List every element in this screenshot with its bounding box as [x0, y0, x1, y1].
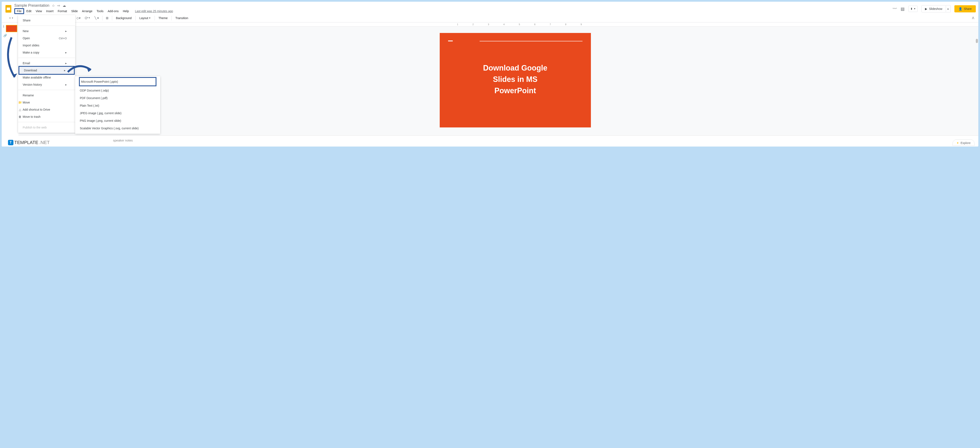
menu-import[interactable]: Import slides [18, 42, 75, 49]
ruler: 12 34 56 78 9 [19, 22, 978, 27]
slide-decoration [448, 41, 453, 41]
annotation-arrow [66, 64, 95, 76]
play-icon: ▶ [925, 7, 927, 11]
download-txt[interactable]: Plain Text (.txt) [75, 102, 160, 110]
theme-button[interactable]: Theme [156, 15, 170, 21]
folder-icon: 📁 [18, 101, 22, 104]
menu-copy[interactable]: Make a copy▸ [18, 49, 75, 56]
slideshow-button[interactable]: ▶ Slideshow [921, 5, 946, 13]
toolbar: ＋ ▼ ◇▾ Ꮕ▾ ╲ ▾ ⊞ Background Layout▼ Theme… [2, 14, 978, 22]
menubar: File Edit View Insert Format Slide Arran… [14, 8, 891, 14]
download-pdf[interactable]: PDF Document (.pdf) [75, 94, 160, 102]
menu-edit[interactable]: Edit [25, 9, 33, 14]
comments-icon[interactable]: ▤ [900, 6, 905, 11]
layout-button[interactable]: Layout▼ [137, 15, 153, 21]
menu-slide[interactable]: Slide [69, 9, 80, 14]
share-button[interactable]: 👤 Share [955, 5, 976, 13]
slide-1: Download GoogleSlides in MSPowerPoint [440, 33, 591, 127]
slide-title-text: Download GoogleSlides in MSPowerPoint [450, 62, 581, 96]
comment-button[interactable]: ⊞ [104, 15, 110, 21]
upload-icon: ⬆ [910, 7, 913, 11]
person-icon: 👤 [959, 7, 962, 11]
drive-icon: △ [18, 108, 22, 111]
menu-open[interactable]: OpenCtrl+O [18, 35, 75, 42]
menu-arrange[interactable]: Arrange [80, 9, 94, 14]
annotation-arrow [4, 35, 19, 81]
separator [135, 16, 136, 21]
watermark-logo: T [8, 140, 13, 145]
separator [112, 16, 112, 21]
present-upload-button[interactable]: ⬆ ▼ [908, 6, 918, 12]
menu-history[interactable]: Version history▸ [18, 81, 75, 88]
insert-symbol-button[interactable]: Ꮕ▾ [83, 15, 92, 21]
share-label: Share [964, 7, 972, 11]
menu-shortcut[interactable]: △Add shortcut to Drive [18, 106, 75, 113]
menu-insert[interactable]: Insert [44, 9, 56, 14]
slide-canvas[interactable]: Download GoogleSlides in MSPowerPoint [19, 27, 978, 135]
menu-rename[interactable]: Rename [18, 92, 75, 99]
speaker-notes[interactable]: Click to adspeaker notes [19, 135, 978, 145]
explore-label: Explore [961, 141, 970, 145]
line-button[interactable]: ╲ ▾ [93, 15, 100, 21]
header-actions: 〰 ▤ ⬆ ▼ ▶ Slideshow ▼ 👤 Share [892, 5, 976, 13]
download-submenu: Microsoft PowerPoint (.pptx) ODP Documen… [75, 76, 160, 134]
menu-trash[interactable]: 🗑Move to trash [18, 113, 75, 120]
trash-icon: 🗑 [18, 115, 22, 118]
slideshow-dropdown[interactable]: ▼ [946, 5, 951, 13]
titlebar: Sample Presentation ☆ ⇨ ☁ File Edit View… [2, 2, 978, 14]
download-jpg[interactable]: JPEG image (.jpg, current slide) [75, 110, 160, 117]
slide-decoration [480, 41, 582, 41]
slide-thumb-1[interactable]: 1 [3, 25, 17, 32]
star-icon[interactable]: ☆ [52, 3, 55, 8]
menu-file[interactable]: File [14, 8, 24, 14]
menu-view[interactable]: View [34, 9, 44, 14]
menu-publish[interactable]: Publish to the web [18, 124, 75, 131]
slides-logo[interactable] [4, 5, 13, 13]
thumb-preview [6, 25, 17, 32]
explore-icon: ✦ [956, 141, 959, 145]
app-window: Sample Presentation ☆ ⇨ ☁ File Edit View… [2, 2, 978, 146]
slideshow-label: Slideshow [929, 7, 942, 11]
menu-format[interactable]: Format [56, 9, 69, 14]
chevron-up-icon[interactable]: ᐱ [970, 15, 976, 21]
menu-share[interactable]: Share [18, 17, 75, 24]
menu-tools[interactable]: Tools [95, 9, 105, 14]
transition-button[interactable]: Transition [173, 15, 190, 21]
explore-button[interactable]: ✦ Explore [953, 140, 975, 146]
scrollbar[interactable] [976, 39, 978, 43]
chevron-down-icon: ▼ [914, 8, 916, 10]
background-button[interactable]: Background [114, 15, 134, 21]
separator [171, 16, 172, 21]
doc-info: Sample Presentation ☆ ⇨ ☁ File Edit View… [14, 3, 891, 14]
chevron-down-icon: ▼ [947, 8, 949, 10]
canvas-area: 12 34 56 78 9 Download GoogleSlides in M… [19, 22, 978, 145]
download-png[interactable]: PNG image (.png, current slide) [75, 117, 160, 124]
cloud-icon[interactable]: ☁ [62, 3, 66, 8]
new-slide-button[interactable]: ＋ ▼ [7, 15, 15, 21]
watermark: T TEMPLATE.NET [8, 140, 50, 145]
separator [154, 16, 155, 21]
move-folder-icon[interactable]: ⇨ [57, 3, 60, 8]
last-edit-link[interactable]: Last edit was 25 minutes ago [135, 10, 173, 13]
download-odp[interactable]: ODP Document (.odp) [75, 87, 160, 94]
thumb-number: 1 [3, 25, 5, 32]
activity-icon[interactable]: 〰 [892, 6, 897, 11]
menu-move[interactable]: 📁Move [18, 99, 75, 106]
download-pptx[interactable]: Microsoft PowerPoint (.pptx) [81, 80, 154, 83]
menu-new[interactable]: New▸ [18, 27, 75, 35]
doc-title[interactable]: Sample Presentation [14, 3, 49, 8]
menu-addons[interactable]: Add-ons [106, 9, 121, 14]
download-svg[interactable]: Scalable Vector Graphics (.svg, current … [75, 124, 160, 132]
menu-help[interactable]: Help [121, 9, 131, 14]
shape-button[interactable]: ◇▾ [75, 15, 82, 21]
